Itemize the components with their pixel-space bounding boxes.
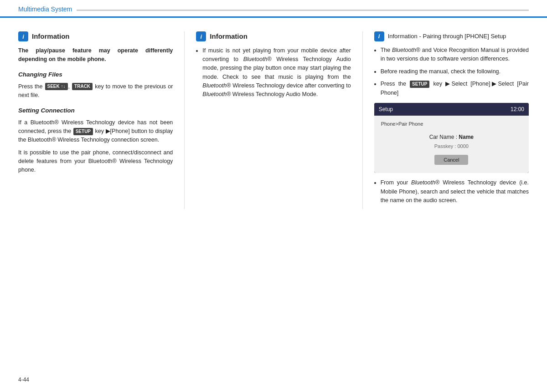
col3-bullet1: The Bluetooth® and Voice Recognition Man… xyxy=(381,46,529,64)
col2-heading-block: i Information xyxy=(196,31,351,42)
col1-press-label: Press the xyxy=(18,83,42,90)
col1-section2-body1: If a Bluetooth® Wireless Technology devi… xyxy=(18,118,173,145)
col3-bullet4: From your Bluetooth® Wireless Technology… xyxy=(381,178,529,205)
setup-key-col3: SETUP xyxy=(410,81,429,88)
col2-bullet1-text: If music is not yet playing from your mo… xyxy=(202,47,351,98)
col3-press-label: Press the xyxy=(381,81,406,87)
col1-section2-title: Setting Connection xyxy=(18,106,173,115)
header-divider xyxy=(77,10,529,11)
setup-car-value: Name xyxy=(459,134,474,140)
main-content: i Information The play/pause feature may… xyxy=(0,18,547,218)
divider-1 xyxy=(184,31,185,209)
setup-screen-body: Phone>Pair Phone Car Name : Name Passkey… xyxy=(374,116,529,173)
setup-cancel-wrapper: Cancel xyxy=(381,150,522,165)
col2-heading-text: Information xyxy=(210,31,248,42)
setup-header-left: Setup xyxy=(379,105,393,113)
col2-bullet1: If music is not yet playing from your mo… xyxy=(202,46,351,99)
col3-bullet-list: The Bluetooth® and Voice Recognition Man… xyxy=(374,46,529,97)
col3-bullet2-text: Before reading the manual, check the fol… xyxy=(381,68,501,75)
setup-cancel-btn[interactable]: Cancel xyxy=(434,155,468,165)
col3-bullet4-text: From your Bluetooth® Wireless Technology… xyxy=(381,179,529,204)
setup-screen-header: Setup 12:00 xyxy=(374,103,529,116)
column-2: i Information If music is not yet playin… xyxy=(196,31,351,209)
col3-heading-block: i Information - Pairing through [PHONE] … xyxy=(374,31,529,41)
column-3: i Information - Pairing through [PHONE] … xyxy=(374,31,529,209)
col3-bullet2: Before reading the manual, check the fol… xyxy=(381,67,529,76)
setup-passkey-value: 0000 xyxy=(457,143,468,149)
col3-heading-sub: - Pairing through [PHONE] Setup xyxy=(419,33,506,40)
col2-bullet-list: If music is not yet playing from your mo… xyxy=(196,46,351,99)
col3-bullet1-text: The Bluetooth® and Voice Recognition Man… xyxy=(381,47,529,62)
setup-header-right: 12:00 xyxy=(511,105,524,113)
col3-heading-main: Information xyxy=(388,33,418,40)
setup-car-name-row: Car Name : Name xyxy=(381,133,522,141)
col1-section1-body: Press the SEEK ↑↓, TRACK key to move to … xyxy=(18,82,173,100)
setup-key-col1: SETUP xyxy=(73,128,93,135)
divider-2 xyxy=(362,31,363,209)
col1-section2-body2: It is possible to use the pair phone, co… xyxy=(18,148,173,175)
info-icon-3: i xyxy=(374,31,384,41)
setup-passkey-row: Passkey : 0000 xyxy=(381,143,522,150)
page-number: 4-44 xyxy=(18,377,29,383)
page-header: Multimedia System xyxy=(0,0,547,18)
info-icon-1: i xyxy=(18,31,28,41)
col3-bullet3: Press the SETUP key ▶Select [Phone]▶Sele… xyxy=(381,80,529,97)
track-key: TRACK xyxy=(72,83,93,90)
header-title: Multimedia System xyxy=(18,5,72,16)
setup-sub-text: Phone>Pair Phone xyxy=(381,120,522,128)
column-1: i Information The play/pause feature may… xyxy=(18,31,173,209)
col1-heading-text: Information xyxy=(32,31,70,42)
setup-center-block: Car Name : Name Passkey : 0000 Cancel xyxy=(381,133,522,165)
col1-section1-title: Changing Files xyxy=(18,70,173,79)
col3-heading-text: Information - Pairing through [PHONE] Se… xyxy=(388,31,506,41)
col1-para1: The play/pause feature may operate diffe… xyxy=(18,46,173,64)
seek-key: SEEK ↑↓ xyxy=(45,83,68,90)
setup-screen: Setup 12:00 Phone>Pair Phone Car Name : … xyxy=(374,103,529,173)
info-icon-2: i xyxy=(196,31,206,41)
setup-passkey-label: Passkey : xyxy=(434,143,456,149)
col1-para1-text: The play/pause feature may operate diffe… xyxy=(18,47,173,62)
setup-car-label: Car Name : xyxy=(429,134,457,140)
col3-bullet-list-2: From your Bluetooth® Wireless Technology… xyxy=(374,178,529,205)
col1-heading-block: i Information xyxy=(18,31,173,42)
